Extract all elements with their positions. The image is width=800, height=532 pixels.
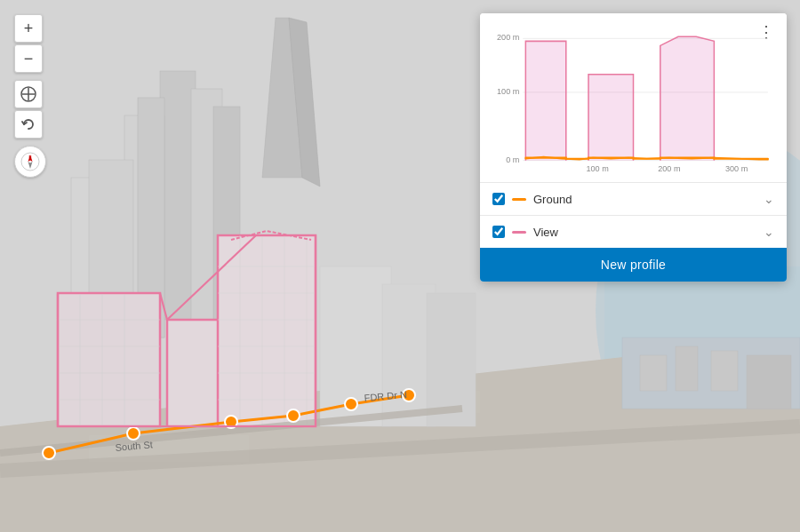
- compass-icon: N: [20, 152, 40, 171]
- view-label: View: [533, 226, 558, 239]
- view-color-indicator: [512, 231, 526, 234]
- compass-button[interactable]: N: [14, 146, 46, 178]
- zoom-out-button[interactable]: −: [14, 44, 43, 73]
- ground-layer-row[interactable]: Ground ⌄: [480, 182, 787, 215]
- view-layer-left: View: [492, 226, 558, 239]
- svg-point-51: [287, 409, 300, 422]
- undo-button[interactable]: [14, 110, 43, 139]
- profile-panel: ⋮ 200 m 100 m 0 m 100 m 200 m 300 m: [480, 13, 787, 282]
- map-controls: + − N: [14, 14, 46, 178]
- ground-checkbox[interactable]: [492, 193, 505, 205]
- svg-marker-73: [588, 75, 633, 161]
- ground-layer-left: Ground: [492, 193, 572, 206]
- svg-text:200 m: 200 m: [497, 33, 519, 42]
- svg-rect-27: [218, 235, 316, 426]
- svg-rect-43: [676, 346, 698, 391]
- svg-marker-74: [660, 36, 715, 160]
- ground-label: Ground: [533, 193, 572, 206]
- svg-text:0 m: 0 m: [506, 155, 519, 164]
- zoom-in-button[interactable]: +: [14, 14, 43, 43]
- view-chevron-icon: ⌄: [764, 225, 774, 239]
- svg-text:300 m: 300 m: [725, 164, 748, 173]
- svg-point-52: [345, 398, 357, 410]
- svg-text:100 m: 100 m: [497, 87, 519, 96]
- svg-text:200 m: 200 m: [658, 164, 680, 173]
- view-checkbox[interactable]: [492, 226, 505, 238]
- pan-icon: [20, 86, 36, 102]
- undo-icon: [21, 117, 36, 131]
- elevation-chart: 200 m 100 m 0 m 100 m 200 m 300 m: [494, 24, 772, 175]
- svg-point-48: [43, 447, 55, 459]
- svg-rect-45: [747, 355, 791, 409]
- svg-rect-44: [711, 351, 738, 391]
- svg-rect-42: [640, 355, 667, 391]
- svg-rect-16: [58, 293, 160, 426]
- svg-text:100 m: 100 m: [586, 164, 608, 173]
- pan-button[interactable]: [14, 80, 43, 108]
- chart-area: ⋮ 200 m 100 m 0 m 100 m 200 m 300 m: [480, 13, 787, 182]
- svg-point-49: [127, 427, 140, 440]
- svg-text:N: N: [29, 155, 32, 159]
- svg-marker-72: [525, 41, 565, 160]
- ground-color-indicator: [512, 198, 526, 201]
- ground-chevron-icon: ⌄: [764, 192, 774, 206]
- svg-rect-8: [160, 71, 196, 320]
- view-layer-row[interactable]: View ⌄: [480, 215, 787, 248]
- new-profile-button[interactable]: New profile: [480, 248, 787, 282]
